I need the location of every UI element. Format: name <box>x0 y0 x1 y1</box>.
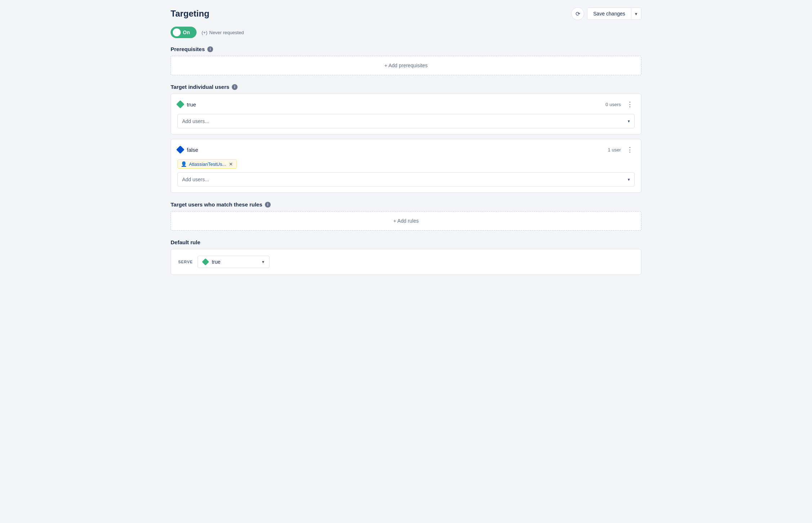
true-rule-add-users[interactable]: Add users... ▾ <box>177 114 635 128</box>
false-rule-left: false <box>177 147 198 153</box>
serve-value: true <box>212 259 220 265</box>
add-users-placeholder: Add users... <box>182 118 209 124</box>
true-rule-right: 0 users ⋮ <box>605 100 635 109</box>
true-diamond-icon <box>176 100 185 109</box>
serve-chevron: ▾ <box>262 259 264 264</box>
default-rule-title: Default rule <box>171 239 641 245</box>
add-users-placeholder-2: Add users... <box>182 177 209 182</box>
serve-value-select[interactable]: true ▾ <box>198 256 270 268</box>
false-rule-label: false <box>187 147 198 153</box>
toggle-circle <box>173 28 181 36</box>
page-title: Targeting <box>171 9 209 19</box>
target-rules-box: + Add rules <box>171 211 641 231</box>
add-users-chevron: ▾ <box>628 119 630 124</box>
add-rules-button[interactable]: + Add rules <box>171 212 641 230</box>
header-actions: ⟳ Save changes ▾ <box>571 7 641 20</box>
false-rule-add-users[interactable]: Add users... ▾ <box>177 172 635 187</box>
prerequisites-box: + Add prerequisites <box>171 56 641 75</box>
true-rule-label: true <box>187 101 196 108</box>
false-rule-right: 1 user ⋮ <box>608 145 635 154</box>
add-prerequisites-button[interactable]: + Add prerequisites <box>171 56 641 75</box>
user-chip-label: AtlassianTestUs... <box>189 162 226 167</box>
serve-diamond-icon <box>202 258 209 265</box>
false-rule-users-container: 👤 AtlassianTestUs... ✕ <box>177 159 635 172</box>
chevron-down-icon: ▾ <box>635 11 637 17</box>
true-rule-header: true 0 users ⋮ <box>177 100 635 109</box>
status-text: Never requested <box>209 30 244 35</box>
false-user-count: 1 user <box>608 147 621 153</box>
page-header: Targeting ⟳ Save changes ▾ <box>171 7 641 20</box>
atlassian-test-user-chip: 👤 AtlassianTestUs... ✕ <box>177 159 237 169</box>
target-users-info-icon[interactable]: i <box>232 84 238 90</box>
save-button-group: Save changes ▾ <box>587 8 641 20</box>
on-off-toggle[interactable]: On <box>171 27 197 38</box>
target-individual-users-title: Target individual users i <box>171 84 641 90</box>
history-icon: ⟳ <box>576 10 580 17</box>
true-user-count: 0 users <box>605 102 621 107</box>
default-rule-card: SERVE true ▾ <box>171 249 641 275</box>
target-rules-title: Target users who match these rules i <box>171 201 641 208</box>
false-rule-header: false 1 user ⋮ <box>177 145 635 154</box>
save-dropdown-button[interactable]: ▾ <box>631 8 641 19</box>
history-button[interactable]: ⟳ <box>571 7 584 20</box>
prerequisites-title: Prerequisites i <box>171 46 641 52</box>
prerequisites-section: Prerequisites i + Add prerequisites <box>171 46 641 75</box>
false-rule-card: false 1 user ⋮ 👤 AtlassianTestUs... ✕ Ad… <box>171 139 641 193</box>
add-users-chevron-2: ▾ <box>628 177 630 182</box>
target-individual-users-section: Target individual users i true 0 users ⋮… <box>171 84 641 193</box>
remove-user-button[interactable]: ✕ <box>228 162 234 167</box>
default-rule-section: Default rule SERVE true ▾ <box>171 239 641 275</box>
user-icon: 👤 <box>181 161 187 167</box>
false-rule-menu[interactable]: ⋮ <box>625 145 635 154</box>
target-rules-section: Target users who match these rules i + A… <box>171 201 641 231</box>
true-rule-left: true <box>177 101 196 108</box>
never-requested-status: (+) Never requested <box>202 30 244 35</box>
serve-row: SERVE true ▾ <box>178 256 634 268</box>
false-diamond-icon <box>176 146 185 154</box>
serve-label: SERVE <box>178 260 193 264</box>
save-changes-button[interactable]: Save changes <box>587 8 631 19</box>
plus-icon: (+) <box>202 30 207 35</box>
prerequisites-info-icon[interactable]: i <box>207 46 213 52</box>
target-rules-info-icon[interactable]: i <box>265 202 271 208</box>
toggle-row: On (+) Never requested <box>171 27 641 38</box>
true-rule-card: true 0 users ⋮ Add users... ▾ <box>171 94 641 135</box>
true-rule-menu[interactable]: ⋮ <box>625 100 635 109</box>
toggle-label: On <box>183 29 190 35</box>
